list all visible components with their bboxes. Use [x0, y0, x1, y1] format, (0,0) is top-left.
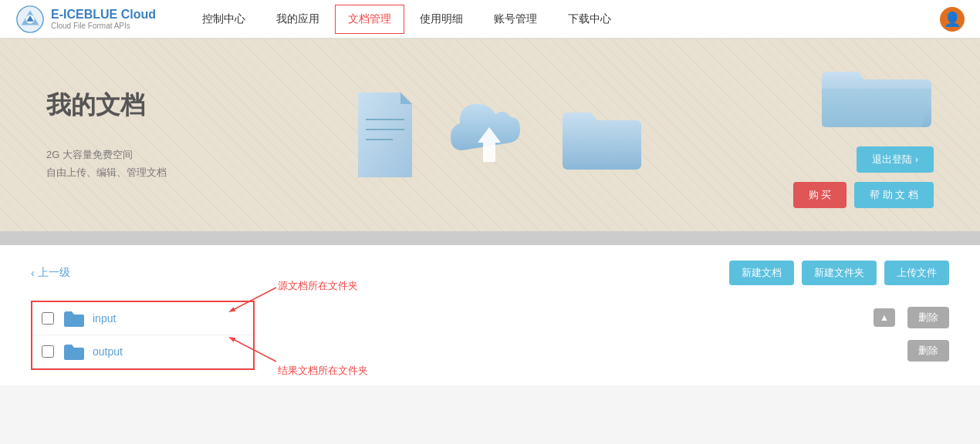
help-button[interactable]: 帮 助 文 档: [854, 182, 934, 208]
file-list-container: 源文档所在文件夹 input: [31, 301, 949, 370]
new-folder-button[interactable]: 新建文件夹: [802, 261, 877, 285]
annotation-result: 结果文档所在文件夹: [278, 364, 368, 378]
back-label: 上一级: [38, 266, 70, 280]
delete-button-input[interactable]: 删除: [907, 307, 949, 328]
avatar[interactable]: 👤: [940, 7, 965, 32]
delete-buttons-container: ▲ 删除 删除: [874, 301, 949, 367]
file-name-output[interactable]: output: [93, 345, 244, 358]
brand-sub: Cloud File Format APIs: [51, 22, 156, 31]
hero-banner: 我的文档 2G 大容量免费空间 自由上传、编辑、管理文档: [0, 39, 980, 231]
hero-desc: 2G 大容量免费空间 自由上传、编辑、管理文档: [46, 146, 201, 182]
nav-item-usage[interactable]: 使用明细: [404, 0, 478, 39]
brand-text: E-ICEBLUE Cloud Cloud File Format APIs: [51, 7, 156, 31]
buy-button[interactable]: 购 买: [793, 182, 847, 208]
nav-item-docs[interactable]: 文档管理: [335, 5, 404, 34]
new-doc-button[interactable]: 新建文档: [729, 261, 794, 285]
hero-buttons: 购 买 帮 助 文 档: [793, 182, 934, 208]
document-icon: [350, 92, 420, 177]
upload-button[interactable]: 上传文件: [884, 261, 949, 285]
main-nav: 控制中心 我的应用 文档管理 使用明细 账号管理 下载中心: [187, 0, 940, 39]
content-area: ‹ 上一级 新建文档 新建文件夹 上传文件 源文档所在文件夹: [0, 245, 980, 385]
hero-desc-line1: 2G 大容量免费空间: [46, 146, 201, 163]
folder-icon-output: [63, 343, 85, 360]
brand-logo-icon: [15, 5, 45, 34]
nav-item-account[interactable]: 账号管理: [478, 0, 553, 39]
back-link[interactable]: ‹ 上一级: [31, 266, 70, 280]
folder-icon-input: [63, 310, 85, 327]
file-checkbox-output[interactable]: [42, 345, 54, 358]
toolbar-right: 新建文档 新建文件夹 上传文件: [729, 261, 949, 285]
hero-desc-line2: 自由上传、编辑、管理文档: [46, 163, 201, 181]
hero-title: 我的文档: [46, 89, 201, 123]
back-arrow-icon: ‹: [31, 267, 35, 279]
content-header: ‹ 上一级 新建文档 新建文件夹 上传文件: [31, 261, 949, 285]
delete-button-output[interactable]: 删除: [907, 340, 949, 362]
folder-icon: [559, 99, 644, 172]
hero-left: 我的文档 2G 大容量免费空间 自由上传、编辑、管理文档: [46, 89, 201, 182]
brand-name: E-ICEBLUE Cloud: [51, 7, 156, 22]
separator: [0, 231, 980, 245]
logout-button[interactable]: 退出登陆 ›: [857, 146, 934, 173]
sort-button[interactable]: ▲: [874, 308, 895, 327]
table-row: output: [32, 335, 253, 368]
input-row-actions: ▲ 删除: [874, 301, 949, 334]
annotation-result-text: 结果文档所在文件夹: [278, 364, 368, 378]
cloud-upload-icon: [443, 92, 536, 177]
table-row: input: [32, 302, 253, 335]
avatar-icon: 👤: [944, 11, 961, 28]
nav-item-download[interactable]: 下载中心: [553, 0, 627, 39]
brand: E-ICEBLUE Cloud Cloud File Format APIs: [15, 5, 156, 34]
nav-item-apps[interactable]: 我的应用: [261, 0, 335, 39]
output-row-actions: 删除: [874, 334, 949, 367]
navbar: E-ICEBLUE Cloud Cloud File Format APIs 控…: [0, 0, 980, 39]
file-name-input[interactable]: input: [93, 312, 244, 325]
hero-right: 退出登陆 › 购 买 帮 助 文 档: [793, 62, 934, 208]
nav-item-control[interactable]: 控制中心: [187, 0, 261, 39]
hero-icons: [201, 92, 793, 177]
open-folder-icon: [818, 62, 934, 131]
file-checkbox-input[interactable]: [42, 312, 54, 325]
highlighted-file-list: input output: [31, 301, 255, 370]
